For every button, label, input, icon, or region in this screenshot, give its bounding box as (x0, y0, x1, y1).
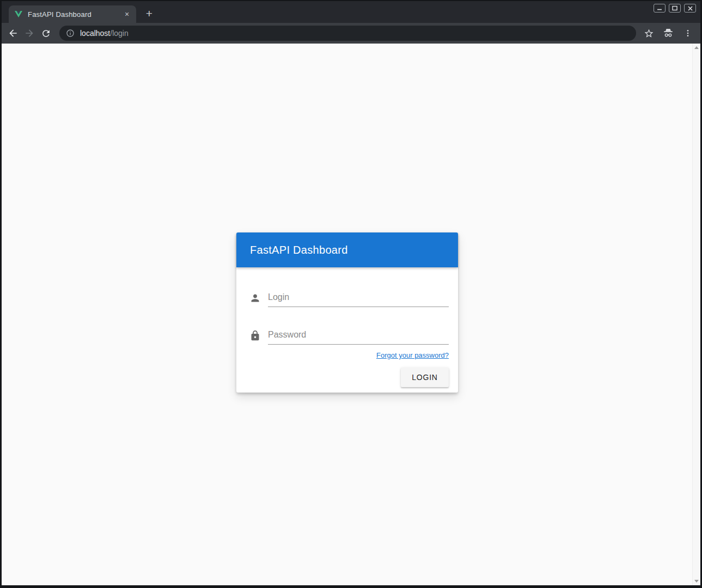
window-minimize-button[interactable] (654, 4, 666, 13)
tab-close-icon[interactable]: × (122, 9, 132, 19)
browser-window: FastAPI Dashboard × + (0, 0, 702, 588)
login-field-row (248, 290, 449, 307)
login-card-header: FastAPI Dashboard (236, 232, 458, 267)
lock-icon (248, 330, 261, 341)
bookmark-star-icon[interactable] (640, 25, 657, 41)
site-info-icon[interactable] (66, 29, 75, 38)
forgot-password-link[interactable]: Forgot your password? (376, 351, 449, 359)
scrollbar-up-icon[interactable] (694, 46, 699, 49)
window-close-button[interactable] (684, 4, 696, 13)
reload-button[interactable] (38, 25, 54, 41)
window-controls (654, 4, 696, 13)
browser-tab[interactable]: FastAPI Dashboard × (9, 5, 136, 23)
tab-title: FastAPI Dashboard (28, 10, 122, 19)
new-tab-button[interactable]: + (142, 6, 157, 21)
password-field-row (248, 328, 449, 345)
toolbar-right (640, 25, 696, 41)
login-card-body: Forgot your password? LOGIN (236, 267, 458, 393)
password-input[interactable] (268, 328, 449, 345)
incognito-icon (660, 25, 676, 41)
back-button[interactable] (5, 25, 21, 41)
login-card: FastAPI Dashboard Forgot your passwo (236, 232, 458, 393)
browser-toolbar: localhost/login (2, 23, 700, 44)
forward-button[interactable] (21, 25, 38, 41)
titlebar: FastAPI Dashboard × + (2, 1, 700, 23)
login-button[interactable]: LOGIN (401, 367, 449, 387)
page-content: FastAPI Dashboard Forgot your passwo (2, 44, 700, 585)
window-maximize-button[interactable] (669, 4, 681, 13)
person-icon (248, 292, 261, 304)
login-button-row: LOGIN (248, 367, 449, 388)
browser-menu-icon[interactable] (680, 25, 696, 41)
url-host: localhost (80, 29, 110, 38)
url-text: localhost/login (80, 29, 129, 38)
login-card-title: FastAPI Dashboard (250, 244, 348, 256)
forgot-password-row: Forgot your password? (248, 350, 449, 360)
scrollbar-down-icon[interactable] (694, 580, 699, 583)
page-scrollbar[interactable] (692, 44, 700, 585)
url-path: /login (110, 29, 128, 38)
login-input[interactable] (268, 290, 449, 307)
address-bar[interactable]: localhost/login (59, 26, 636, 41)
vue-logo-icon (14, 10, 23, 19)
